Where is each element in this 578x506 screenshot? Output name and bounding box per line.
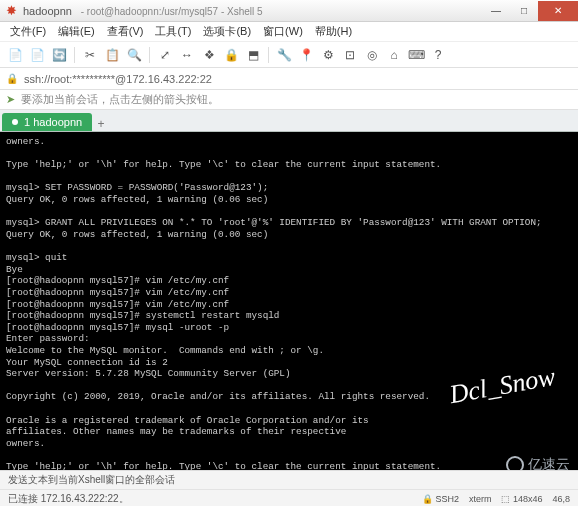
menu-window[interactable]: 窗口(W) [263,24,303,39]
session-tab[interactable]: 1 hadoopnn [2,113,92,131]
color-icon[interactable]: ◎ [363,46,381,64]
new-icon[interactable]: 📄 [6,46,24,64]
lock-icon[interactable]: 🔒 [222,46,240,64]
status-term: xterm [469,494,492,504]
props-icon[interactable]: 🔧 [275,46,293,64]
separator [268,47,269,63]
maximize-button[interactable]: □ [510,1,538,21]
separator [74,47,75,63]
status-pos: 46,8 [552,494,570,504]
status-bar: 发送文本到当前Xshell窗口的全部会话 已连接 172.16.43.222:2… [0,470,578,506]
separator [149,47,150,63]
layout-icon[interactable]: ⬒ [244,46,262,64]
status-ssh: 🔒 SSH2 [422,494,459,504]
close-button[interactable]: ✕ [538,1,578,21]
address-bar[interactable]: 🔒 ssh://root:**********@172.16.43.222:22 [0,68,578,90]
paste-icon[interactable]: 📋 [103,46,121,64]
opts-icon[interactable]: ⚙ [319,46,337,64]
find-icon[interactable]: 🔍 [125,46,143,64]
title-bar: ✸ hadoopnn - root@hadoopnn:/usr/mysql57 … [0,0,578,22]
command-bar[interactable]: ➤ 要添加当前会话，点击左侧的箭头按钮。 [0,90,578,110]
menu-view[interactable]: 查看(V) [107,24,144,39]
address-text: ssh://root:**********@172.16.43.222:22 [24,73,212,85]
toolbar: 📄 📄 🔄 ✂ 📋 🔍 ⤢ ↔ ❖ 🔒 ⬒ 🔧 📍 ⚙ ⊡ ◎ ⌂ ⌨ ? [0,42,578,68]
menu-bar: 文件(F) 编辑(E) 查看(V) 工具(T) 选项卡(B) 窗口(W) 帮助(… [0,22,578,42]
status-dot-icon [12,119,18,125]
keyboard-icon[interactable]: ⌨ [407,46,425,64]
menu-help[interactable]: 帮助(H) [315,24,352,39]
view-icon[interactable]: ⊡ [341,46,359,64]
help-icon[interactable]: ? [429,46,447,64]
menu-edit[interactable]: 编辑(E) [58,24,95,39]
menu-tab[interactable]: 选项卡(B) [203,24,251,39]
window-title: hadoopnn - root@hadoopnn:/usr/mysql57 - … [23,5,263,17]
simple-icon[interactable]: ↔ [178,46,196,64]
terminal-output: owners. Type 'help;' or '\h' for help. T… [6,136,542,502]
status-hint: 发送文本到当前Xshell窗口的全部会话 [0,471,578,490]
lock-icon: 🔒 [6,73,18,84]
tab-bar: 1 hadoopnn + [0,110,578,132]
fullscreen-icon[interactable]: ⤢ [156,46,174,64]
status-connection: 已连接 172.16.43.222:22。 [8,492,129,506]
pin-icon[interactable]: 📍 [297,46,315,64]
minimize-button[interactable]: — [482,1,510,21]
app-icon: ✸ [6,3,17,18]
menu-tools[interactable]: 工具(T) [155,24,191,39]
status-size: ⬚ 148x46 [501,494,542,504]
command-hint: 要添加当前会话，点击左侧的箭头按钮。 [21,92,219,107]
tab-label: 1 hadoopnn [24,116,82,128]
home-icon[interactable]: ⌂ [385,46,403,64]
menu-file[interactable]: 文件(F) [10,24,46,39]
add-tab-button[interactable]: + [92,115,110,131]
terminal[interactable]: owners. Type 'help;' or '\h' for help. T… [0,132,578,502]
open-icon[interactable]: 📄 [28,46,46,64]
cut-icon[interactable]: ✂ [81,46,99,64]
watermark: Dcl_Snow [447,360,558,411]
transparent-icon[interactable]: ❖ [200,46,218,64]
send-icon[interactable]: ➤ [6,93,15,106]
reconnect-icon[interactable]: 🔄 [50,46,68,64]
